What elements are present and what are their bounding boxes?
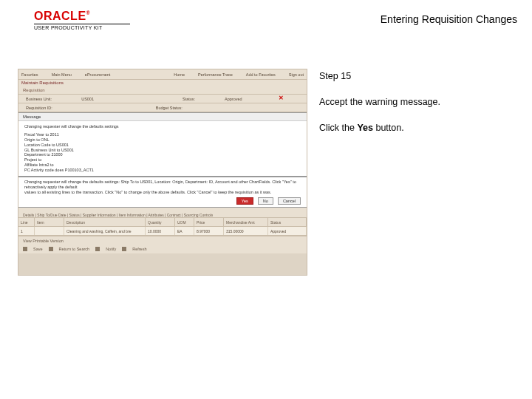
yes-button[interactable]: Yes [236,197,253,205]
ss-dialog-title: Message [18,113,307,121]
ss-row-line: 1 [18,227,35,235]
ss-refresh: Refresh [132,247,146,251]
close-icon: ✕ [279,95,284,101]
ss-col-price: Price [194,218,224,226]
ss-footer-buttons: Save Return to Search Notify Refresh [18,245,307,253]
save-icon [23,247,27,251]
ss-page-heading: Maintain Requisitions [18,80,307,87]
ss-notify: Notify [106,247,116,251]
table-row: 1 Cleaning and washing, Caffein, and bre… [18,227,307,236]
refresh-icon [122,247,126,251]
ss-row-qty: 10.0000 [146,227,175,235]
ss-breadcrumb-bar: Favorites Main Menu eProcurement Home Pe… [18,69,307,80]
ss-d1-l2: Origin to ONL [24,137,301,143]
ss-row-stat: Approved [268,227,307,235]
ss-status-val: Approved [225,97,242,101]
logo-divider [34,24,130,24]
ss-row-uom: EA [175,227,194,235]
instr-2a: Click the [319,123,357,133]
instr-2c: button. [373,123,404,133]
oracle-logo-text: ORACLE [34,10,86,22]
no-button[interactable]: No [258,197,273,205]
ss-row-price: 8.97000 [194,227,224,235]
ss-nav-home: Home [174,72,185,77]
search-icon [49,247,53,251]
ss-d1-l1: Fiscal Year to 2011 [24,132,301,137]
ss-col-amt: Merchandise Amt [224,218,268,226]
ss-row-desc: Cleaning and washing, Caffein, and bre [64,227,146,235]
ss-row-amt: 315.00000 [224,227,268,235]
ss-d2-t2: values to all existing lines to the tran… [24,190,301,195]
notify-icon [95,247,100,251]
ss-nav-eproc: eProcurement [85,72,111,77]
ss-nav-pt: Performance Trace [198,72,233,77]
embedded-screenshot: Favorites Main Menu eProcurement Home Pe… [18,69,307,276]
oracle-logo: ORACLE® [34,10,130,22]
ss-nav-addfav: Add to Favorites [246,72,276,77]
ss-d2-t1: Changing requester will change the defau… [24,180,301,190]
ss-status-label: Status: [183,97,195,101]
ss-row-item [35,227,64,235]
ss-d1-l8: PC Activity code does P100103_ACT1 [24,168,301,173]
ss-d1-l6: Project to [24,157,301,163]
instr-yes-bold: Yes [357,123,373,133]
oracle-logo-block: ORACLE® USER PRODUCTIVITY KIT [34,10,130,30]
oracle-tm: ® [86,10,91,16]
step-label: Step 15 [319,70,517,83]
ss-req-label: Requisition ID: [26,106,52,110]
instruction-panel: Step 15 Accept the warning message. Clic… [319,69,517,276]
ss-bu-label: Business Unit: [26,97,52,101]
ss-subheading: Requisition [18,87,307,95]
ss-d1-l3: Location Code to US001 [24,143,301,148]
ss-nav-favorites: Favorites [21,72,38,77]
ss-return: Return to Search [59,247,90,251]
ss-col-line: Line [18,218,35,226]
ss-col-desc: Description [64,218,146,226]
ss-meta-row-1: Business Unit: US001 Status: Approved ✕ [18,95,307,103]
ss-col-uom: UOM [175,218,194,226]
ss-d1-l7: Affiliate Intra2 to [24,163,301,168]
ss-grid-columns: Line Item Description Quantity UOM Price… [18,218,307,227]
ss-grid-tabs-text: Details | Ship To/Due Date | Status | Su… [23,213,213,217]
instruction-line-2: Click the Yes button. [319,122,517,134]
ss-col-item: Item [35,218,64,226]
ss-meta-row-2: Requisition ID: Budget Status: [18,103,307,112]
ss-col-stat: Status [268,218,307,226]
ss-bu-val: US001 [81,97,94,101]
ss-footer-links: View Printable Version [18,236,307,245]
ss-warning-dialog-2: Changing requester will change the defau… [18,177,307,208]
ss-nav-main: Main Menu [52,72,72,77]
ss-warning-dialog-1: Message Changing requester will change t… [18,112,307,177]
page-title: Entering Requisition Changes [381,10,517,25]
ss-save: Save [33,247,43,251]
ss-d1-l5: Department to 21000 [24,152,301,157]
ss-budget-label: Budget Status: [156,106,183,110]
instruction-line-1: Accept the warning message. [319,96,517,109]
ss-d1-warn: Changing requester will change the defau… [24,124,301,129]
ss-grid-tabs: Details | Ship To/Due Date | Status | Su… [18,208,307,218]
ss-col-qty: Quantity [146,218,175,226]
cancel-button[interactable]: Cancel [278,197,301,205]
logo-subtitle: USER PRODUCTIVITY KIT [34,25,130,30]
ss-view-printable: View Printable Version [23,239,64,243]
ss-nav-signout: Sign out [289,72,304,77]
ss-d1-l4: GL Business Unit to US001 [24,148,301,153]
